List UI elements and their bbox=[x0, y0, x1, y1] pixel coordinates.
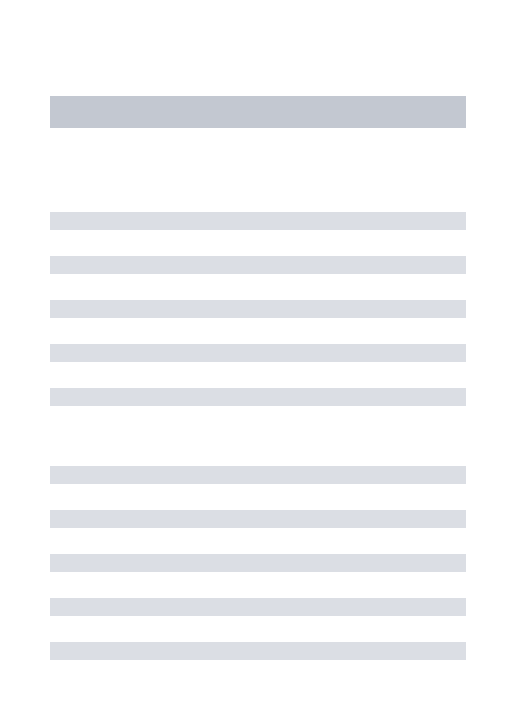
skeleton-line bbox=[50, 510, 466, 528]
skeleton-line bbox=[50, 212, 466, 230]
skeleton-line bbox=[50, 300, 466, 318]
skeleton-section-1 bbox=[50, 212, 466, 406]
skeleton-section-2 bbox=[50, 466, 466, 660]
skeleton-line bbox=[50, 344, 466, 362]
skeleton-header bbox=[50, 96, 466, 128]
skeleton-container bbox=[0, 0, 516, 660]
skeleton-line bbox=[50, 256, 466, 274]
skeleton-line bbox=[50, 388, 466, 406]
skeleton-line bbox=[50, 642, 466, 660]
skeleton-line bbox=[50, 598, 466, 616]
skeleton-line bbox=[50, 554, 466, 572]
skeleton-line bbox=[50, 466, 466, 484]
